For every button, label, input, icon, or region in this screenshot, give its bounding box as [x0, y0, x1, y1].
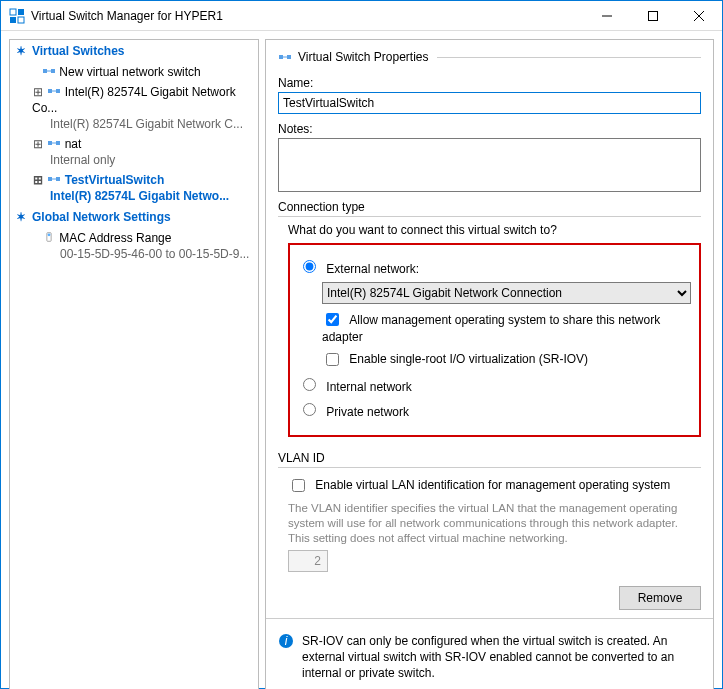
properties-header: Virtual Switch Properties [278, 50, 701, 64]
svg-rect-17 [48, 177, 52, 181]
adapter-select[interactable]: Intel(R) 82574L Gigabit Network Connecti… [322, 282, 691, 304]
expand-icon[interactable]: ⊞ [32, 136, 44, 152]
switch-icon [47, 86, 61, 96]
external-radio[interactable] [303, 260, 316, 273]
external-network-option[interactable]: External network: [298, 257, 691, 276]
info-icon: i [278, 633, 294, 649]
tree-item-nat[interactable]: ⊞ nat Internal only [10, 134, 258, 170]
properties-panel: Virtual Switch Properties Name: Notes: C… [265, 39, 714, 689]
tree-panel: ✶ Virtual Switches New virtual network s… [9, 39, 259, 689]
virtual-switch-manager-icon [9, 8, 25, 24]
svg-rect-1 [18, 9, 24, 15]
remove-button[interactable]: Remove [619, 586, 701, 610]
svg-point-21 [48, 233, 51, 236]
expand-icon[interactable]: ⊞ [32, 172, 44, 188]
svg-rect-2 [10, 17, 16, 23]
notes-label: Notes: [278, 122, 701, 136]
svg-text:i: i [285, 634, 288, 648]
tree-group-virtual-switches[interactable]: ✶ Virtual Switches [10, 40, 258, 62]
window: Virtual Switch Manager for HYPER1 ✶ Virt… [0, 0, 723, 689]
minimize-button[interactable] [584, 1, 630, 31]
vlan-label: VLAN ID [278, 451, 701, 465]
expand-icon[interactable]: ⊞ [32, 84, 44, 100]
svg-rect-18 [56, 177, 60, 181]
tree-item-new-switch[interactable]: New virtual network switch [10, 62, 258, 82]
close-button[interactable] [676, 1, 722, 31]
connection-type-label: Connection type [278, 200, 701, 214]
internal-radio[interactable] [303, 378, 316, 391]
info-panel: i SR-IOV can only be configured when the… [278, 633, 701, 681]
collapse-icon: ✶ [16, 210, 32, 224]
svg-rect-0 [10, 9, 16, 15]
tree-group-global-settings[interactable]: ✶ Global Network Settings [10, 206, 258, 228]
name-input[interactable] [278, 92, 701, 114]
internal-network-option[interactable]: Internal network [298, 375, 691, 394]
switch-icon [47, 174, 61, 184]
maximize-button[interactable] [630, 1, 676, 31]
allow-mgmt-checkbox[interactable]: Allow management operating system to sha… [322, 310, 691, 344]
svg-rect-8 [43, 69, 47, 73]
connection-highlight-box: External network: Intel(R) 82574L Gigabi… [288, 243, 701, 437]
vlan-help-text: The VLAN identifier specifies the virtua… [288, 501, 701, 546]
titlebar: Virtual Switch Manager for HYPER1 [1, 1, 722, 31]
svg-rect-12 [56, 89, 60, 93]
svg-rect-5 [649, 11, 658, 20]
connection-question: What do you want to connect this virtual… [288, 223, 701, 237]
switch-icon [278, 52, 292, 62]
window-title: Virtual Switch Manager for HYPER1 [31, 9, 584, 23]
tree-item-testvirtualswitch[interactable]: ⊞ TestVirtualSwitch Intel(R) 82574L Giga… [10, 170, 258, 206]
vlan-enable-checkbox[interactable]: Enable virtual LAN identification for ma… [288, 476, 701, 495]
tree-item-mac-range[interactable]: MAC Address Range 00-15-5D-95-46-00 to 0… [10, 228, 258, 264]
name-label: Name: [278, 76, 701, 90]
info-text: SR-IOV can only be configured when the v… [302, 633, 701, 681]
sriov-checkbox[interactable]: Enable single-root I/O virtualization (S… [322, 350, 691, 369]
private-network-option[interactable]: Private network [298, 400, 691, 419]
svg-rect-3 [18, 17, 24, 23]
svg-rect-15 [56, 141, 60, 145]
vlan-id-input: 2 [288, 550, 328, 572]
switch-icon [47, 138, 61, 148]
mac-icon [42, 232, 56, 242]
collapse-icon: ✶ [16, 44, 32, 58]
svg-rect-9 [51, 69, 55, 73]
tree-item-intel-adapter[interactable]: ⊞ Intel(R) 82574L Gigabit Network Co... … [10, 82, 258, 134]
private-radio[interactable] [303, 403, 316, 416]
svg-rect-23 [287, 55, 291, 59]
switch-icon [42, 66, 56, 76]
svg-rect-11 [48, 89, 52, 93]
notes-textarea[interactable] [278, 138, 701, 192]
svg-rect-14 [48, 141, 52, 145]
svg-rect-22 [279, 55, 283, 59]
